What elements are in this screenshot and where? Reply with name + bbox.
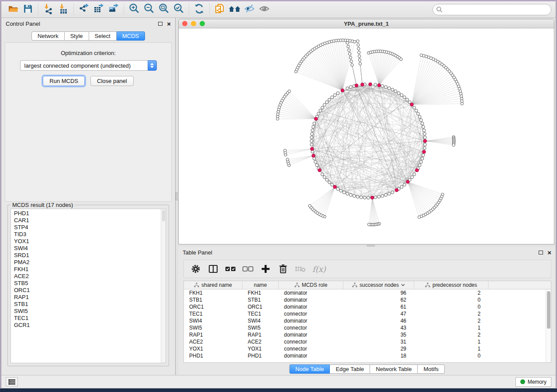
graph-hub-node[interactable] bbox=[395, 189, 398, 192]
graph-node[interactable] bbox=[336, 92, 339, 95]
graph-node[interactable] bbox=[353, 195, 356, 198]
graph-hub-node[interactable] bbox=[312, 154, 315, 158]
table-cell[interactable]: 2 bbox=[414, 317, 488, 324]
graph-node[interactable] bbox=[422, 129, 426, 132]
graph-node[interactable] bbox=[308, 204, 311, 207]
task-history-button[interactable] bbox=[6, 377, 18, 386]
graph-node[interactable] bbox=[418, 216, 420, 218]
graph-node[interactable] bbox=[357, 44, 360, 46]
zoom-out-button[interactable] bbox=[142, 3, 156, 16]
graph-node[interactable] bbox=[356, 195, 359, 198]
graph-node[interactable] bbox=[358, 55, 360, 58]
graph-node[interactable] bbox=[310, 140, 313, 143]
graph-node[interactable] bbox=[313, 122, 316, 125]
graph-node[interactable] bbox=[387, 192, 391, 195]
graph-node[interactable] bbox=[411, 175, 414, 179]
table-cell[interactable]: 2 bbox=[414, 310, 488, 317]
table-cell[interactable]: FKH1 bbox=[242, 289, 279, 296]
graph-node[interactable] bbox=[331, 96, 334, 99]
graph-node[interactable] bbox=[284, 149, 286, 152]
graph-node[interactable] bbox=[403, 96, 406, 99]
graph-node[interactable] bbox=[415, 109, 418, 112]
graph-node[interactable] bbox=[328, 98, 331, 101]
tab-select[interactable]: Select bbox=[89, 31, 117, 41]
graph-node[interactable] bbox=[418, 115, 421, 118]
graph-node[interactable] bbox=[349, 56, 352, 59]
table-cell[interactable]: 46 bbox=[343, 317, 414, 324]
splitter-grip[interactable] bbox=[367, 245, 375, 247]
table-cell[interactable]: connector bbox=[279, 338, 343, 345]
splitter-grip[interactable] bbox=[176, 193, 179, 200]
table-scrollbar[interactable] bbox=[546, 289, 551, 362]
graph-node[interactable] bbox=[363, 196, 366, 199]
graph-node[interactable] bbox=[423, 147, 426, 150]
open-file-button[interactable] bbox=[6, 3, 21, 16]
graph-node[interactable] bbox=[325, 101, 329, 104]
search-input[interactable] bbox=[432, 4, 551, 15]
table-cell[interactable]: dominator bbox=[279, 331, 343, 338]
graph-node[interactable] bbox=[325, 179, 329, 182]
tab-network-table[interactable]: Network Table bbox=[370, 364, 418, 374]
export-table-button[interactable] bbox=[91, 3, 106, 16]
deselect-all-button[interactable] bbox=[242, 263, 254, 275]
table-cell[interactable]: ORC1 bbox=[184, 303, 242, 310]
graph-node[interactable] bbox=[349, 86, 352, 89]
table-cell[interactable]: FKH1 bbox=[184, 289, 242, 296]
table-cell[interactable]: dominator bbox=[279, 289, 343, 296]
graph-node[interactable] bbox=[384, 86, 387, 89]
table-cell[interactable]: ACE2 bbox=[184, 338, 242, 345]
tab-motifs[interactable]: Motifs bbox=[418, 364, 445, 374]
graph-node[interactable] bbox=[374, 196, 377, 199]
mcds-result-item[interactable]: FKH1 bbox=[14, 266, 161, 273]
tab-style[interactable]: Style bbox=[65, 31, 89, 41]
tab-mcds[interactable]: MCDS bbox=[117, 31, 145, 41]
table-row[interactable]: PHD1PHD1dominator180 bbox=[184, 352, 551, 359]
mcds-result-item[interactable]: TEC1 bbox=[14, 315, 161, 322]
graph-node[interactable] bbox=[353, 40, 356, 43]
save-session-button[interactable] bbox=[21, 3, 35, 16]
hide-visibility-button[interactable] bbox=[242, 3, 257, 16]
table-cell[interactable]: PHD1 bbox=[184, 352, 242, 359]
mcds-result-item[interactable]: PMA2 bbox=[14, 259, 161, 266]
graph-node[interactable] bbox=[317, 112, 320, 115]
run-mcds-button[interactable]: Run MCDS bbox=[43, 76, 85, 86]
graph-node[interactable] bbox=[328, 181, 331, 184]
graph-node[interactable] bbox=[360, 196, 363, 199]
graph-node[interactable] bbox=[421, 157, 424, 160]
graph-node[interactable] bbox=[413, 106, 416, 109]
table-cell[interactable]: dominator bbox=[279, 296, 343, 303]
table-row[interactable]: SWI4SWI4dominator462 bbox=[184, 317, 551, 324]
horizontal-splitter[interactable] bbox=[178, 244, 556, 247]
float-panel-icon[interactable] bbox=[539, 251, 543, 254]
table-settings-button[interactable] bbox=[190, 263, 201, 275]
graph-node[interactable] bbox=[381, 195, 384, 198]
column-visibility-button[interactable] bbox=[208, 263, 219, 275]
scrollbar-thumb[interactable] bbox=[547, 291, 550, 329]
graph-node[interactable] bbox=[413, 173, 416, 176]
graph-hub-node[interactable] bbox=[423, 139, 427, 143]
graph-node[interactable] bbox=[288, 90, 291, 93]
table-cell[interactable]: 1 bbox=[414, 324, 488, 331]
graph-node[interactable] bbox=[391, 88, 394, 91]
graph-node[interactable] bbox=[312, 125, 315, 128]
table-cell[interactable]: SWI4 bbox=[184, 317, 242, 324]
graph-hub-node[interactable] bbox=[370, 196, 374, 199]
graph-node[interactable] bbox=[381, 85, 384, 88]
table-cell[interactable]: 0 bbox=[414, 303, 488, 310]
table-cell[interactable]: STB1 bbox=[242, 296, 279, 303]
graph-node[interactable] bbox=[419, 160, 422, 163]
graph-hub-node[interactable] bbox=[315, 117, 318, 120]
clone-network-button[interactable] bbox=[212, 3, 227, 16]
graph-node[interactable] bbox=[377, 195, 381, 198]
tab-network[interactable]: Network bbox=[31, 31, 65, 41]
graph-node[interactable] bbox=[348, 49, 350, 52]
table-cell[interactable]: 0 bbox=[414, 296, 488, 303]
graph-node[interactable] bbox=[323, 175, 326, 179]
graph-node[interactable] bbox=[349, 193, 352, 196]
table-cell[interactable]: connector bbox=[279, 310, 343, 317]
graph-node[interactable] bbox=[406, 98, 409, 101]
table-cell[interactable]: 31 bbox=[343, 338, 414, 345]
float-panel-icon[interactable] bbox=[158, 22, 163, 26]
import-network-button[interactable] bbox=[41, 3, 56, 16]
mcds-result-item[interactable]: STB5 bbox=[14, 280, 161, 287]
